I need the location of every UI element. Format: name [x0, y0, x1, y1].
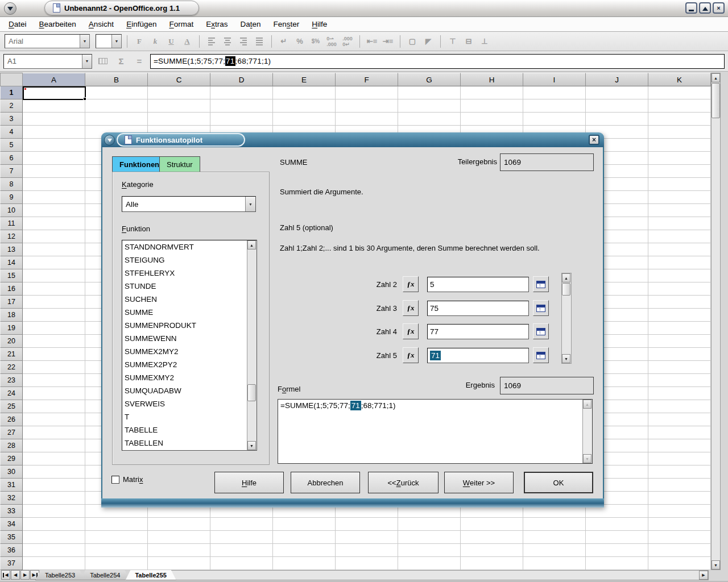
row-header-23[interactable]: 23: [0, 374, 23, 387]
function-autopilot-button-4[interactable]: ƒx: [403, 323, 419, 339]
sum-icon[interactable]: Σ: [114, 55, 129, 68]
argument-input-2[interactable]: 5: [427, 277, 529, 292]
column-header-H[interactable]: H: [461, 73, 523, 86]
row-header-14[interactable]: 14: [0, 256, 23, 269]
function-autopilot-icon[interactable]: [96, 55, 110, 68]
scroll-down-icon[interactable]: ▼: [712, 560, 720, 569]
column-header-D[interactable]: D: [210, 73, 273, 86]
row-header-35[interactable]: 35: [0, 531, 23, 544]
argument-input-4[interactable]: 77: [427, 324, 529, 339]
function-item-summexmy2[interactable]: SUMMEXMY2: [122, 371, 247, 384]
row-header-6[interactable]: 6: [0, 152, 23, 165]
background-color-icon[interactable]: ◤: [421, 35, 435, 48]
borders-icon[interactable]: ▢: [406, 35, 419, 48]
row-header-2[interactable]: 2: [0, 99, 23, 113]
tab-funktionen[interactable]: Funktionen: [112, 156, 167, 172]
menu-fenster[interactable]: Fenster: [267, 18, 306, 30]
name-box[interactable]: A1 ▼: [3, 54, 92, 69]
align-right-icon[interactable]: [237, 35, 250, 48]
vertical-scroll-thumb[interactable]: [712, 83, 720, 118]
row-header-28[interactable]: 28: [0, 439, 23, 452]
function-item-tabelle[interactable]: TABELLE: [122, 423, 247, 436]
function-item-stfehleryx[interactable]: STFEHLERYX: [122, 267, 247, 280]
function-item-summex2my2[interactable]: SUMMEX2MY2: [122, 345, 247, 358]
currency-format-icon[interactable]: ↵: [277, 35, 291, 48]
arguments-scrollbar[interactable]: ▲ ▼: [561, 273, 572, 364]
font-name-dropdown-icon[interactable]: ▼: [80, 35, 89, 48]
category-dropdown-icon[interactable]: ▼: [245, 197, 255, 211]
row-header-33[interactable]: 33: [0, 505, 23, 518]
row-header-27[interactable]: 27: [0, 426, 23, 439]
weiter-button[interactable]: Weiter >>: [444, 472, 514, 493]
underline-icon[interactable]: U: [164, 35, 178, 48]
row-header-30[interactable]: 30: [0, 465, 23, 479]
row-header-29[interactable]: 29: [0, 452, 23, 465]
function-list-scrollbar[interactable]: ▲ ▼: [247, 240, 257, 450]
menu-einfügen[interactable]: Einfügen: [120, 18, 163, 30]
row-header-3[interactable]: 3: [0, 113, 23, 126]
formula-scroll-down-icon[interactable]: ▼: [583, 454, 592, 463]
row-header-21[interactable]: 21: [0, 348, 23, 361]
tab-struktur[interactable]: Struktur: [159, 156, 200, 172]
formula-input[interactable]: =SUMME(1;5;75;77;71;68;771;1): [150, 54, 725, 69]
function-item-summex2py2[interactable]: SUMMEX2PY2: [122, 358, 247, 371]
function-item-suchen[interactable]: SUCHEN: [122, 293, 247, 306]
function-autopilot-button-3[interactable]: ƒx: [403, 300, 419, 316]
column-header-A[interactable]: A: [23, 73, 85, 86]
menu-daten[interactable]: Daten: [234, 18, 267, 30]
formula-textarea[interactable]: =SUMME(1;5;75;77;71;68;771;1) ▲ ▼: [278, 399, 593, 464]
horizontal-scrollbar[interactable]: ◀ ▶: [161, 570, 709, 580]
dialog-close-button[interactable]: ×: [589, 135, 599, 145]
column-header-C[interactable]: C: [148, 73, 210, 86]
vertical-scrollbar[interactable]: ▲ ▼: [711, 73, 721, 570]
row-header-10[interactable]: 10: [0, 204, 23, 217]
row-header-25[interactable]: 25: [0, 400, 23, 413]
column-header-K[interactable]: K: [648, 73, 711, 86]
function-item-steigung[interactable]: STEIGUNG: [122, 253, 247, 267]
percent-format-icon[interactable]: %: [293, 35, 307, 48]
standard-format-icon[interactable]: $%: [309, 35, 322, 48]
remove-decimal-icon[interactable]: .0000↵: [341, 35, 354, 48]
font-size-combo[interactable]: ▼: [96, 34, 122, 48]
row-header-1[interactable]: 1: [0, 86, 23, 99]
shrink-button-5[interactable]: [533, 347, 549, 363]
function-autopilot-button-2[interactable]: ƒx: [403, 276, 419, 292]
args-scroll-down-icon[interactable]: ▼: [562, 354, 570, 363]
equals-icon[interactable]: =: [132, 55, 147, 68]
menu-ansicht[interactable]: Ansicht: [82, 18, 120, 30]
list-scroll-up-icon[interactable]: ▲: [247, 240, 256, 250]
first-sheet-button[interactable]: ◀: [1, 570, 10, 580]
ok-button[interactable]: OK: [524, 472, 593, 493]
menu-bearbeiten[interactable]: Bearbeiten: [33, 18, 82, 30]
args-scroll-up-icon[interactable]: ▲: [562, 273, 570, 282]
row-header-17[interactable]: 17: [0, 296, 23, 309]
window-menu-button[interactable]: [4, 2, 16, 15]
row-header-34[interactable]: 34: [0, 518, 23, 531]
argument-input-5[interactable]: 71: [427, 348, 529, 363]
shrink-button-3[interactable]: [533, 300, 549, 316]
function-item-summe[interactable]: SUMME: [122, 306, 247, 319]
function-item-t[interactable]: T: [122, 410, 247, 423]
abbrechen-button[interactable]: Abbrechen: [291, 472, 360, 493]
bold-icon[interactable]: F: [133, 35, 146, 48]
cell-cursor-a1[interactable]: [23, 86, 86, 100]
italic-icon[interactable]: k: [148, 35, 162, 48]
hilfe-button[interactable]: Hilfe: [214, 472, 284, 493]
sheet-tab-tabelle255[interactable]: Tabelle255: [125, 570, 176, 580]
row-header-4[interactable]: 4: [0, 126, 23, 139]
row-header-32[interactable]: 32: [0, 492, 23, 505]
function-item-sumquadabw[interactable]: SUMQUADABW: [122, 384, 247, 397]
font-size-dropdown-icon[interactable]: ▼: [111, 35, 121, 48]
row-header-26[interactable]: 26: [0, 413, 23, 426]
align-left-icon[interactable]: [205, 35, 218, 48]
column-header-G[interactable]: G: [398, 73, 461, 86]
sheet-tab-tabelle253[interactable]: Tabelle253: [35, 570, 85, 580]
align-center-vertical-icon[interactable]: ⊟: [462, 35, 475, 48]
function-item-summenprodukt[interactable]: SUMMENPRODUKT: [122, 319, 247, 332]
column-header-J[interactable]: J: [586, 73, 648, 86]
align-top-icon[interactable]: ⊤: [446, 35, 460, 48]
row-header-18[interactable]: 18: [0, 309, 23, 322]
shrink-button-4[interactable]: [533, 323, 549, 339]
list-scroll-thumb[interactable]: [247, 384, 256, 401]
argument-input-3[interactable]: 75: [427, 301, 529, 316]
